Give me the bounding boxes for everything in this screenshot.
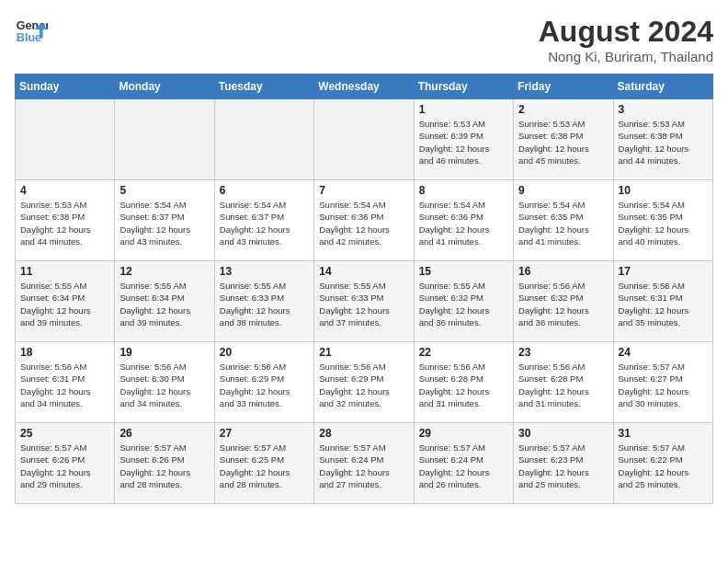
day-number: 10 (619, 184, 708, 197)
day-info: Sunrise: 5:54 AM Sunset: 6:37 PM Dayligh… (220, 199, 309, 247)
calendar-cell: 29Sunrise: 5:57 AM Sunset: 6:24 PM Dayli… (414, 423, 513, 504)
day-of-week-header: Friday (514, 75, 613, 99)
calendar-cell (314, 99, 414, 180)
day-number: 18 (20, 346, 109, 359)
day-info: Sunrise: 5:57 AM Sunset: 6:26 PM Dayligh… (119, 442, 209, 490)
day-of-week-header: Tuesday (214, 75, 313, 99)
calendar-cell: 4Sunrise: 5:53 AM Sunset: 6:38 PM Daylig… (16, 180, 115, 261)
day-number: 2 (518, 103, 608, 116)
day-number: 16 (518, 265, 608, 278)
location: Nong Ki, Buriram, Thailand (539, 49, 713, 64)
day-info: Sunrise: 5:57 AM Sunset: 6:24 PM Dayligh… (419, 442, 508, 490)
day-info: Sunrise: 5:56 AM Sunset: 6:28 PM Dayligh… (518, 361, 608, 409)
day-info: Sunrise: 5:57 AM Sunset: 6:22 PM Dayligh… (619, 442, 708, 490)
day-info: Sunrise: 5:57 AM Sunset: 6:24 PM Dayligh… (319, 442, 408, 490)
day-number: 5 (119, 184, 209, 197)
calendar-cell: 23Sunrise: 5:56 AM Sunset: 6:28 PM Dayli… (514, 342, 613, 423)
calendar-cell: 12Sunrise: 5:55 AM Sunset: 6:34 PM Dayli… (115, 261, 214, 342)
calendar-cell: 13Sunrise: 5:55 AM Sunset: 6:33 PM Dayli… (214, 261, 313, 342)
day-number: 1 (419, 103, 508, 116)
day-info: Sunrise: 5:55 AM Sunset: 6:34 PM Dayligh… (20, 280, 109, 328)
day-number: 17 (619, 265, 708, 278)
day-info: Sunrise: 5:56 AM Sunset: 6:30 PM Dayligh… (119, 361, 209, 409)
calendar-cell: 24Sunrise: 5:57 AM Sunset: 6:27 PM Dayli… (613, 342, 712, 423)
day-number: 26 (119, 427, 209, 440)
day-number: 23 (518, 346, 608, 359)
calendar-table: SundayMondayTuesdayWednesdayThursdayFrid… (15, 74, 713, 504)
calendar-cell: 27Sunrise: 5:57 AM Sunset: 6:25 PM Dayli… (214, 423, 313, 504)
day-info: Sunrise: 5:56 AM Sunset: 6:31 PM Dayligh… (619, 280, 708, 328)
day-number: 31 (619, 427, 708, 440)
calendar-cell: 5Sunrise: 5:54 AM Sunset: 6:37 PM Daylig… (115, 180, 214, 261)
day-of-week-header: Monday (115, 75, 214, 99)
day-number: 30 (518, 427, 608, 440)
calendar-cell: 30Sunrise: 5:57 AM Sunset: 6:23 PM Dayli… (514, 423, 613, 504)
day-number: 15 (419, 265, 508, 278)
day-info: Sunrise: 5:53 AM Sunset: 6:38 PM Dayligh… (518, 118, 608, 167)
day-number: 22 (419, 346, 508, 359)
day-number: 8 (419, 184, 508, 197)
day-number: 9 (518, 184, 608, 197)
day-number: 14 (319, 265, 408, 278)
calendar-cell: 17Sunrise: 5:56 AM Sunset: 6:31 PM Dayli… (613, 261, 712, 342)
day-number: 29 (419, 427, 508, 440)
day-number: 11 (20, 265, 109, 278)
day-of-week-header: Thursday (414, 75, 513, 99)
calendar-cell: 14Sunrise: 5:55 AM Sunset: 6:33 PM Dayli… (314, 261, 414, 342)
day-info: Sunrise: 5:55 AM Sunset: 6:33 PM Dayligh… (220, 280, 309, 328)
day-info: Sunrise: 5:55 AM Sunset: 6:34 PM Dayligh… (119, 280, 209, 328)
day-info: Sunrise: 5:54 AM Sunset: 6:35 PM Dayligh… (619, 199, 708, 247)
day-info: Sunrise: 5:54 AM Sunset: 6:36 PM Dayligh… (319, 199, 408, 247)
calendar-cell: 25Sunrise: 5:57 AM Sunset: 6:26 PM Dayli… (16, 423, 115, 504)
day-info: Sunrise: 5:56 AM Sunset: 6:28 PM Dayligh… (419, 361, 508, 409)
day-number: 12 (119, 265, 209, 278)
calendar-cell: 31Sunrise: 5:57 AM Sunset: 6:22 PM Dayli… (613, 423, 712, 504)
day-info: Sunrise: 5:56 AM Sunset: 6:32 PM Dayligh… (518, 280, 608, 328)
calendar-cell: 9Sunrise: 5:54 AM Sunset: 6:35 PM Daylig… (514, 180, 613, 261)
day-number: 25 (20, 427, 109, 440)
calendar-cell: 1Sunrise: 5:53 AM Sunset: 6:39 PM Daylig… (414, 99, 513, 180)
calendar-cell: 19Sunrise: 5:56 AM Sunset: 6:30 PM Dayli… (115, 342, 214, 423)
calendar-cell: 6Sunrise: 5:54 AM Sunset: 6:37 PM Daylig… (214, 180, 313, 261)
calendar-cell: 16Sunrise: 5:56 AM Sunset: 6:32 PM Dayli… (514, 261, 613, 342)
day-of-week-header: Sunday (16, 75, 115, 99)
day-info: Sunrise: 5:55 AM Sunset: 6:32 PM Dayligh… (419, 280, 508, 328)
day-info: Sunrise: 5:56 AM Sunset: 6:29 PM Dayligh… (220, 361, 309, 409)
day-of-week-header: Wednesday (314, 75, 414, 99)
day-info: Sunrise: 5:55 AM Sunset: 6:33 PM Dayligh… (319, 280, 408, 328)
day-number: 24 (619, 346, 708, 359)
calendar-cell: 26Sunrise: 5:57 AM Sunset: 6:26 PM Dayli… (115, 423, 214, 504)
day-number: 19 (119, 346, 209, 359)
calendar-cell: 3Sunrise: 5:53 AM Sunset: 6:38 PM Daylig… (613, 99, 712, 180)
day-number: 6 (220, 184, 309, 197)
header: General Blue August 2024 Nong Ki, Burira… (15, 15, 713, 64)
day-number: 20 (220, 346, 309, 359)
day-info: Sunrise: 5:54 AM Sunset: 6:35 PM Dayligh… (518, 199, 608, 247)
day-number: 4 (20, 184, 109, 197)
day-info: Sunrise: 5:53 AM Sunset: 6:38 PM Dayligh… (20, 199, 109, 247)
day-info: Sunrise: 5:54 AM Sunset: 6:36 PM Dayligh… (419, 199, 508, 247)
logo: General Blue (15, 15, 48, 48)
logo-icon: General Blue (15, 15, 48, 48)
title-area: August 2024 Nong Ki, Buriram, Thailand (539, 15, 713, 64)
day-info: Sunrise: 5:57 AM Sunset: 6:27 PM Dayligh… (619, 361, 708, 409)
calendar-cell: 21Sunrise: 5:56 AM Sunset: 6:29 PM Dayli… (314, 342, 414, 423)
svg-text:Blue: Blue (17, 31, 41, 44)
day-info: Sunrise: 5:54 AM Sunset: 6:37 PM Dayligh… (119, 199, 209, 247)
day-number: 3 (619, 103, 708, 116)
calendar-cell: 22Sunrise: 5:56 AM Sunset: 6:28 PM Dayli… (414, 342, 513, 423)
day-info: Sunrise: 5:53 AM Sunset: 6:38 PM Dayligh… (619, 118, 708, 167)
calendar-cell (214, 99, 313, 180)
day-info: Sunrise: 5:53 AM Sunset: 6:39 PM Dayligh… (419, 118, 508, 167)
calendar-cell: 2Sunrise: 5:53 AM Sunset: 6:38 PM Daylig… (514, 99, 613, 180)
calendar-cell: 7Sunrise: 5:54 AM Sunset: 6:36 PM Daylig… (314, 180, 414, 261)
day-number: 27 (220, 427, 309, 440)
calendar-cell: 28Sunrise: 5:57 AM Sunset: 6:24 PM Dayli… (314, 423, 414, 504)
month-title: August 2024 (539, 15, 713, 49)
day-of-week-header: Saturday (613, 75, 712, 99)
calendar-cell: 20Sunrise: 5:56 AM Sunset: 6:29 PM Dayli… (214, 342, 313, 423)
day-number: 7 (319, 184, 408, 197)
calendar-cell: 11Sunrise: 5:55 AM Sunset: 6:34 PM Dayli… (16, 261, 115, 342)
day-number: 21 (319, 346, 408, 359)
day-number: 28 (319, 427, 408, 440)
